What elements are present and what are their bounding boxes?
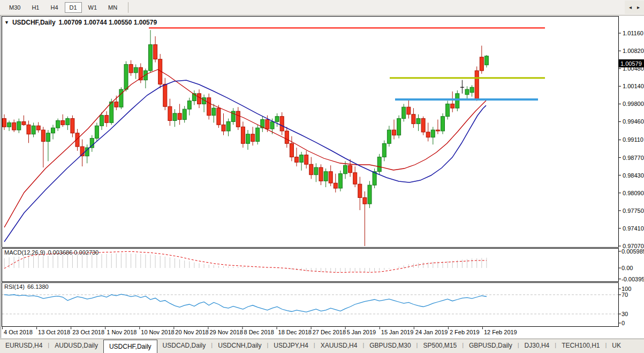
svg-text:0.98770: 0.98770 xyxy=(623,155,644,161)
tab-scroll-arrows: ◂ ▸ xyxy=(625,1,644,14)
tab-tech100-h1[interactable]: TECH100,H1 xyxy=(556,339,605,353)
tab-audusd-daily[interactable]: AUDUSD,Daily xyxy=(49,339,103,353)
svg-text:23 Oct 2018: 23 Oct 2018 xyxy=(72,329,104,335)
svg-text:1.00140: 1.00140 xyxy=(623,83,644,89)
toolbar-separator xyxy=(128,2,128,13)
svg-text:0.99110: 0.99110 xyxy=(623,136,643,143)
timeframe-button-h4[interactable]: H4 xyxy=(46,2,63,13)
svg-text:0.99800: 0.99800 xyxy=(623,101,644,107)
tab-usdcad-daily[interactable]: USDCAD,Daily xyxy=(157,339,211,353)
svg-text:1.00820: 1.00820 xyxy=(623,48,644,54)
svg-text:0.00: 0.00 xyxy=(622,265,633,271)
tab-gbpusd-m30[interactable]: GBPUSD,M30 xyxy=(364,339,416,353)
svg-text:1.00579: 1.00579 xyxy=(620,60,642,67)
tab-xauusd-h4[interactable]: XAUUSD,H4 xyxy=(315,339,363,353)
timeframe-button-h1[interactable]: H1 xyxy=(27,2,44,13)
timeframe-button-d1[interactable]: D1 xyxy=(65,2,82,13)
tab-eurusd-h4[interactable]: EURUSD,H4 xyxy=(0,339,48,353)
rsi-name: RSI(14) xyxy=(4,283,25,290)
macd-indicator-label: MACD(12,26,9) 0.003686 0.002730 xyxy=(4,249,99,256)
svg-text:5 Jan 2019: 5 Jan 2019 xyxy=(347,329,376,335)
tab-scroll-left-button[interactable]: ◂ xyxy=(628,4,633,11)
svg-text:10 Nov 2018: 10 Nov 2018 xyxy=(141,329,174,335)
tab-usdchf-daily[interactable]: USDCHF,Daily xyxy=(103,340,157,353)
svg-text:15 Jan 2019: 15 Jan 2019 xyxy=(381,329,414,335)
tab-dj30-h4[interactable]: DJ30,H4 xyxy=(519,339,555,353)
trading-terminal: { "toolbar":{ "timeframes":[ {"label":"M… xyxy=(0,0,644,353)
macd-values: 0.003686 0.002730 xyxy=(48,249,99,256)
price-chart-canvas[interactable]: 1.011601.008201.004801.001400.998000.994… xyxy=(0,0,644,353)
svg-text:13 Oct 2018: 13 Oct 2018 xyxy=(38,329,70,335)
svg-text:29 Nov 2018: 29 Nov 2018 xyxy=(209,329,243,335)
tab-gbpusd-daily[interactable]: GBPUSD,Daily xyxy=(464,339,518,353)
svg-text:18 Dec 2018: 18 Dec 2018 xyxy=(278,329,312,335)
svg-text:30: 30 xyxy=(622,311,628,317)
tab-usdcnh-daily[interactable]: USDCNH,Daily xyxy=(213,339,267,353)
rsi-indicator-label: RSI(14) 66.1380 xyxy=(4,283,49,290)
svg-text:4 Oct 2018: 4 Oct 2018 xyxy=(4,329,33,335)
svg-text:0.99460: 0.99460 xyxy=(623,118,644,125)
timeframe-button-m30[interactable]: M30 xyxy=(4,2,25,13)
rsi-value: 66.1380 xyxy=(27,283,49,290)
tab-usdjpy-h4[interactable]: USDJPY,H4 xyxy=(268,339,313,353)
timeframe-buttons: M30H1H4D1W1MN xyxy=(4,2,124,13)
svg-text:1 Nov 2018: 1 Nov 2018 xyxy=(107,329,137,335)
timeframe-button-mn[interactable]: MN xyxy=(103,2,122,13)
svg-text:0.97410: 0.97410 xyxy=(623,225,644,232)
svg-text:0.98430: 0.98430 xyxy=(623,172,644,179)
svg-text:27 Dec 2018: 27 Dec 2018 xyxy=(313,329,346,335)
timeframe-toolbar: M30H1H4D1W1MN xyxy=(0,0,644,16)
timeframe-button-w1[interactable]: W1 xyxy=(84,2,102,13)
macd-name: MACD(12,26,9) xyxy=(4,249,45,256)
chart-title-bar: ▼ USDCHF,Daily 1.00709 1.00744 1.00550 1… xyxy=(4,19,157,26)
svg-text:0.005985: 0.005985 xyxy=(622,248,644,255)
tab-scroll-right-button[interactable]: ▸ xyxy=(636,4,641,11)
svg-text:12 Feb 2019: 12 Feb 2019 xyxy=(484,329,517,335)
chart-ohlc-quote: 1.00709 1.00744 1.00550 1.00579 xyxy=(59,19,157,26)
tab-sp500-m15[interactable]: SP500,M15 xyxy=(418,339,462,353)
svg-text:24 Jan 2019: 24 Jan 2019 xyxy=(415,329,448,335)
svg-text:1.01160: 1.01160 xyxy=(623,30,643,36)
svg-text:2 Feb 2019: 2 Feb 2019 xyxy=(450,329,480,335)
svg-text:0.97750: 0.97750 xyxy=(623,208,644,214)
svg-text:8 Dec 2018: 8 Dec 2018 xyxy=(244,329,274,335)
chart-tab-bar: EURUSD,H4|AUDUSD,DailyUSDCHF,DailyUSDCAD… xyxy=(0,339,644,353)
svg-text:20 Nov 2018: 20 Nov 2018 xyxy=(175,329,208,335)
svg-text:0: 0 xyxy=(622,320,625,326)
svg-text:-0.003954: -0.003954 xyxy=(622,276,644,282)
svg-text:0.98090: 0.98090 xyxy=(623,190,644,196)
chart-symbol-title: USDCHF,Daily xyxy=(12,19,56,26)
tab-uk[interactable]: UK xyxy=(607,339,626,353)
svg-text:70: 70 xyxy=(622,291,628,298)
chart-dropdown-icon[interactable]: ▼ xyxy=(4,20,9,25)
